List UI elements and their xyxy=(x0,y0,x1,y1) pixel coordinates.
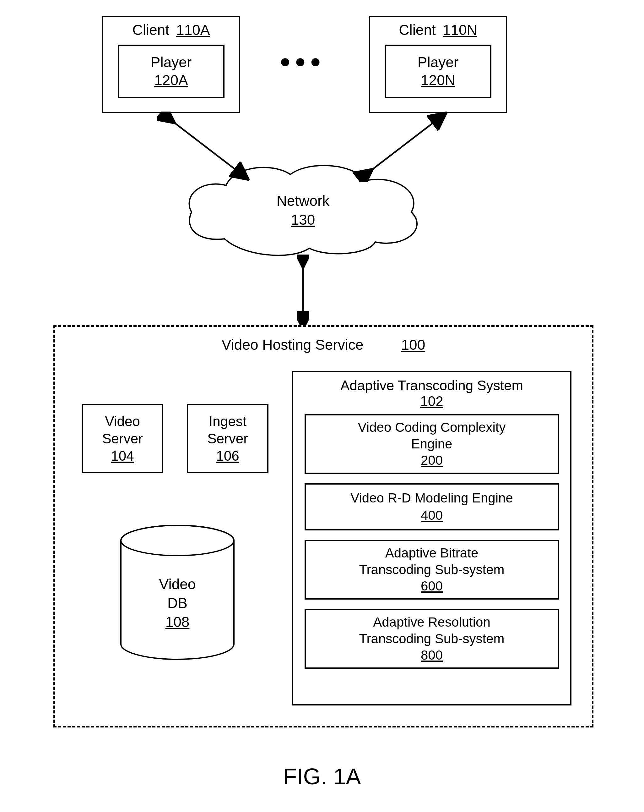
svg-line-0 xyxy=(168,118,242,174)
rd-box: Video R-D Modeling Engine 400 xyxy=(304,483,559,530)
rd-ref: 400 xyxy=(421,507,443,524)
client-a-box: Client 110A Player 120A xyxy=(102,16,240,113)
client-a-ref: 110A xyxy=(176,21,210,38)
ingest-server-line1: Ingest xyxy=(209,413,247,430)
network-label-group: Network 130 xyxy=(177,192,429,229)
figure-caption-text: FIG. 1A xyxy=(283,764,361,789)
ats-ref: 102 xyxy=(420,394,443,409)
arrow-client-n-network xyxy=(350,111,451,182)
arrow-network-vhs xyxy=(297,255,309,325)
client-a-label: Client xyxy=(132,21,169,38)
ingest-server-box: Ingest Server 106 xyxy=(187,404,268,473)
ingest-server-ref: 106 xyxy=(216,447,239,464)
vcc-line1: Video Coding Complexity xyxy=(358,419,506,436)
ats-box: Adaptive Transcoding System 102 Video Co… xyxy=(292,371,571,705)
rd-line1: Video R-D Modeling Engine xyxy=(350,490,513,507)
video-db-ref: 108 xyxy=(119,613,236,632)
abt-ref: 600 xyxy=(421,578,443,595)
ingest-server-line2: Server xyxy=(207,430,248,447)
art-line1: Adaptive Resolution xyxy=(373,614,490,631)
figure-caption: FIG. 1A xyxy=(0,764,644,789)
svg-line-1 xyxy=(366,118,440,174)
ellipsis-text: ●●● xyxy=(279,50,325,72)
vhs-label: Video Hosting Service xyxy=(222,336,364,353)
video-server-line1: Video xyxy=(105,413,140,430)
video-db-line1: Video xyxy=(119,575,236,594)
vhs-title-group: Video Hosting Service 100 xyxy=(53,336,594,353)
art-box: Adaptive Resolution Transcoding Sub-syst… xyxy=(304,609,559,669)
video-db-label-group: Video DB 108 xyxy=(119,575,236,631)
abt-line1: Adaptive Bitrate xyxy=(385,545,478,562)
player-a-ref: 120A xyxy=(154,71,188,90)
network-ref: 130 xyxy=(177,211,429,229)
video-server-line2: Server xyxy=(102,430,143,447)
client-n-ref: 110N xyxy=(443,21,477,38)
art-ref: 800 xyxy=(421,647,443,664)
vcc-line2: Engine xyxy=(411,436,452,452)
ats-label: Adaptive Transcoding System xyxy=(340,378,523,394)
arrow-client-a-network xyxy=(157,111,257,182)
art-line2: Transcoding Sub-system xyxy=(359,631,505,647)
abt-box: Adaptive Bitrate Transcoding Sub-system … xyxy=(304,540,559,600)
player-a-box: Player 120A xyxy=(118,44,224,98)
player-n-label: Player xyxy=(418,53,458,72)
network-label: Network xyxy=(177,192,429,211)
player-n-box: Player 120N xyxy=(385,44,492,98)
client-n-box: Client 110N Player 120N xyxy=(369,16,507,113)
vcc-ref: 200 xyxy=(421,452,443,469)
vcc-box: Video Coding Complexity Engine 200 xyxy=(304,414,559,474)
ellipsis: ●●● xyxy=(279,50,325,72)
client-n-label: Client xyxy=(399,21,436,38)
video-db-line2: DB xyxy=(119,594,236,613)
video-server-box: Video Server 104 xyxy=(82,404,163,473)
abt-line2: Transcoding Sub-system xyxy=(359,562,505,578)
player-a-label: Player xyxy=(151,53,192,72)
vhs-ref: 100 xyxy=(401,336,425,353)
player-n-ref: 120N xyxy=(421,71,455,90)
video-server-ref: 104 xyxy=(111,447,134,464)
